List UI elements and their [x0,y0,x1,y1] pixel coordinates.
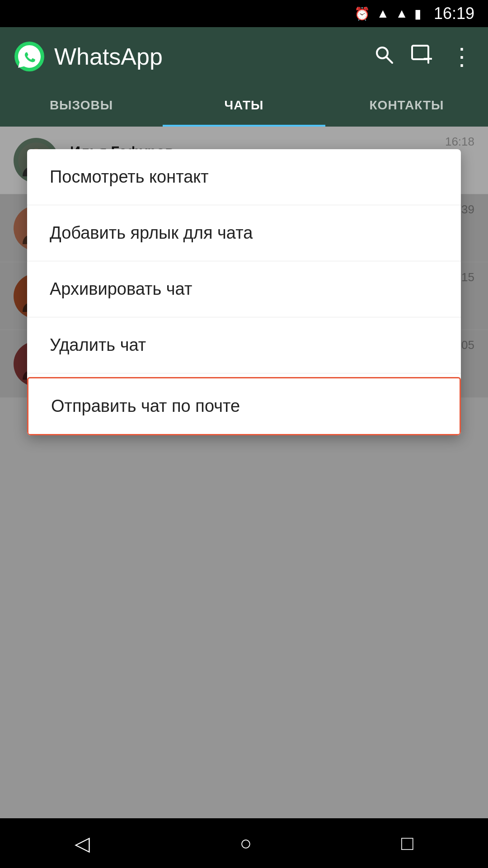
app-bar-actions: ⋮ [374,43,474,70]
svg-rect-3 [412,46,428,59]
status-time: 16:19 [434,4,474,23]
battery-icon: ▮ [414,6,421,21]
content-area: Илья Гафуров ✓ Привет спортсменам! 16:18… [0,127,488,818]
signal-icon: ▲ [395,6,408,21]
menu-item-delete-chat[interactable]: Удалить чат [27,317,461,373]
wifi-icon: ▲ [376,6,389,21]
status-bar: ⏰ ▲ ▲ ▮ 16:19 [0,0,488,27]
menu-item-send-email[interactable]: Отправить чат по почте [27,377,461,435]
tab-calls[interactable]: ВЫЗОВЫ [0,86,163,127]
context-menu: Посмотреть контакт Добавить ярлык для ча… [27,149,461,435]
app-bar: WhatsApp ⋮ [0,27,488,86]
tab-chats[interactable]: ЧАТЫ [163,86,325,127]
menu-item-archive-chat[interactable]: Архивировать чат [27,261,461,317]
home-button[interactable]: ○ [239,832,252,854]
more-options-icon[interactable]: ⋮ [450,43,474,70]
back-button[interactable]: ◁ [75,832,90,855]
recents-button[interactable]: □ [401,832,413,854]
search-icon[interactable] [374,45,393,68]
tab-contacts[interactable]: КОНТАКТЫ [325,86,488,127]
whatsapp-logo-icon [14,41,45,72]
svg-line-2 [386,57,392,63]
status-icons: ⏰ ▲ ▲ ▮ [354,6,421,21]
app-title: WhatsApp [54,43,365,70]
bottom-nav: ◁ ○ □ [0,818,488,868]
new-chat-icon[interactable] [411,45,432,68]
menu-item-view-contact[interactable]: Посмотреть контакт [27,149,461,205]
tabs-bar: ВЫЗОВЫ ЧАТЫ КОНТАКТЫ [0,86,488,127]
alarm-icon: ⏰ [354,6,370,21]
menu-item-add-shortcut[interactable]: Добавить ярлык для чата [27,205,461,261]
